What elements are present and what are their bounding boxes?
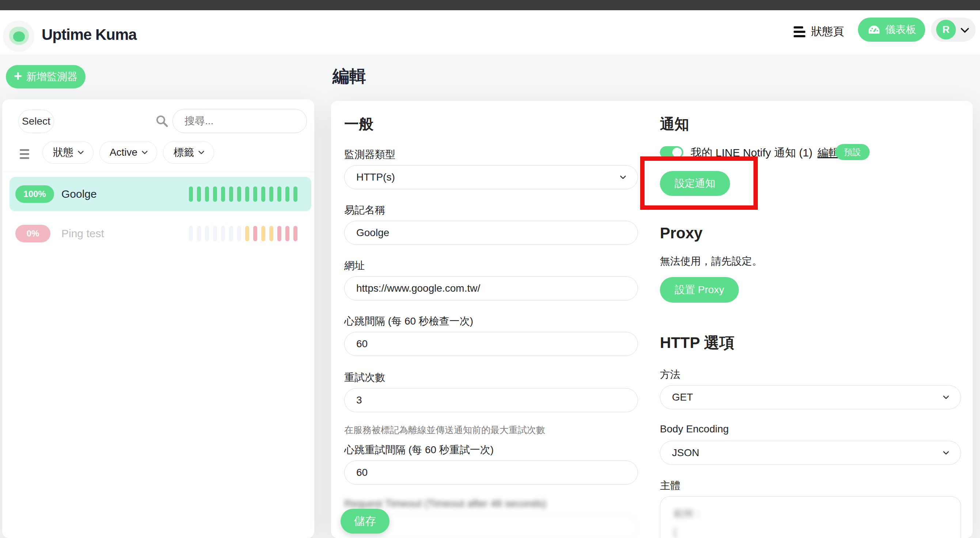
- heartbeat-bar: [221, 186, 225, 202]
- retries-label: 重試次數: [344, 371, 385, 385]
- notification-toggle[interactable]: [660, 146, 683, 159]
- uptime-kuma-logo-icon: [3, 21, 34, 52]
- heartbeat-bar: [197, 226, 201, 241]
- search-input[interactable]: [172, 109, 307, 133]
- filter-active-label: Active: [110, 146, 137, 158]
- status-page-link[interactable]: 狀態頁: [794, 24, 844, 39]
- monitor-list-card: Select 狀態 Active 標籤 100% Goolge 0% Pi: [2, 99, 314, 538]
- user-menu[interactable]: R: [931, 18, 975, 42]
- heartbeat-bar: [253, 226, 257, 241]
- heartbeat-bar: [189, 226, 193, 241]
- body-encoding-label: Body Encoding: [660, 423, 729, 435]
- chevron-down-icon: [960, 24, 969, 33]
- filter-menu-icon[interactable]: [20, 149, 29, 159]
- heartbeat-bar: [237, 186, 241, 202]
- select-mode-button[interactable]: Select: [18, 110, 54, 133]
- monitor-type-select[interactable]: HTTP(s): [344, 165, 638, 189]
- search-icon: [155, 114, 169, 128]
- chevron-down-icon: [620, 173, 626, 180]
- chevron-down-icon: [943, 449, 949, 455]
- body-textarea[interactable]: 範例： {: [660, 496, 961, 538]
- heartbeat-bar: [205, 186, 209, 202]
- heartbeat-bar: [237, 226, 241, 241]
- save-button[interactable]: 儲存: [340, 509, 390, 533]
- method-select[interactable]: GET: [660, 385, 961, 409]
- add-monitor-button[interactable]: + 新增監測器: [6, 65, 86, 88]
- heartbeat-bar: [269, 226, 273, 241]
- toggle-knob: [672, 148, 682, 157]
- heartbeat-bar: [277, 186, 282, 202]
- monitor-row-ping-test[interactable]: 0% Ping test: [10, 216, 311, 251]
- chevron-down-icon: [943, 393, 949, 400]
- heartbeat-bar: [245, 226, 249, 241]
- dashboard-label: 儀表板: [885, 23, 916, 37]
- chevron-down-icon: [142, 148, 148, 154]
- method-label: 方法: [660, 368, 680, 382]
- friendly-name-input[interactable]: [344, 221, 638, 245]
- heartbeat-bar: [293, 186, 298, 202]
- retries-input[interactable]: [344, 388, 638, 412]
- proxy-section-heading: Proxy: [660, 224, 703, 242]
- heartbeat-bars: [189, 226, 298, 241]
- status-page-label: 狀態頁: [811, 24, 844, 39]
- avatar: R: [936, 20, 956, 40]
- retries-helper-text: 在服務被標記為離線並傳送通知前的最大重試次數: [344, 424, 545, 436]
- monitor-type-value: HTTP(s): [356, 172, 395, 183]
- uptime-badge: 0%: [15, 225, 51, 242]
- heartbeat-bars: [189, 186, 298, 202]
- heartbeat-retry-input[interactable]: [344, 460, 638, 485]
- body-label: 主體: [660, 479, 680, 493]
- heartbeat-bar: [189, 186, 193, 202]
- body-encoding-select[interactable]: JSON: [660, 441, 961, 465]
- dashboard-button[interactable]: 儀表板: [858, 18, 925, 42]
- notification-item-label: 我的 LINE Notify 通知 (1): [690, 145, 812, 161]
- app-title: Uptime Kuma: [41, 26, 137, 43]
- setup-notification-button[interactable]: 設定通知: [660, 171, 730, 196]
- filter-tags-label: 標籤: [173, 145, 194, 159]
- body-placeholder: {: [673, 527, 948, 538]
- heartbeat-retry-label: 心跳重試間隔 (每 60 秒重試一次): [344, 443, 494, 457]
- monitor-name: Goolge: [61, 188, 97, 200]
- general-section-heading: 一般: [344, 114, 374, 134]
- heartbeat-bar: [221, 226, 225, 241]
- heartbeat-bar: [293, 226, 298, 241]
- body-placeholder: 範例：: [673, 507, 948, 520]
- heartbeat-bar: [229, 226, 233, 241]
- request-timeout-label: Request Timeout (Timeout after 48 second…: [344, 498, 546, 509]
- friendly-name-label: 易記名稱: [344, 203, 385, 217]
- monitor-name: Ping test: [61, 227, 104, 240]
- browser-chrome-strip: [0, 0, 980, 10]
- heartbeat-interval-label: 心跳間隔 (每 60 秒檢查一次): [344, 314, 473, 328]
- page-title: 編輯: [332, 65, 366, 88]
- uptime-badge: 100%: [15, 185, 54, 203]
- filter-tags-dropdown[interactable]: 標籤: [163, 141, 214, 164]
- setup-proxy-button[interactable]: 設置 Proxy: [660, 277, 739, 302]
- heartbeat-bar: [285, 186, 290, 202]
- heartbeat-bar: [253, 186, 257, 202]
- default-badge[interactable]: 預設: [835, 144, 870, 160]
- notification-item: 我的 LINE Notify 通知 (1) 編輯: [690, 145, 839, 161]
- status-page-list-icon: [794, 26, 805, 37]
- method-value: GET: [672, 392, 693, 403]
- heartbeat-bar: [197, 186, 201, 202]
- filter-status-label: 狀態: [53, 145, 73, 159]
- app-header: Uptime Kuma 狀態頁 儀表板 R: [0, 10, 980, 55]
- divider: [2, 172, 314, 172]
- heartbeat-bar: [277, 226, 282, 241]
- body-encoding-value: JSON: [672, 447, 699, 459]
- url-label: 網址: [344, 259, 365, 273]
- app-screen: Uptime Kuma 狀態頁 儀表板 R + 新增監測器 Select: [0, 0, 980, 538]
- heartbeat-interval-input[interactable]: [344, 332, 638, 356]
- filter-active-dropdown[interactable]: Active: [99, 141, 157, 164]
- filter-status-dropdown[interactable]: 狀態: [42, 141, 94, 164]
- http-options-heading: HTTP 選項: [660, 333, 735, 353]
- notifications-section-heading: 通知: [660, 114, 689, 134]
- monitor-type-label: 監測器類型: [344, 148, 395, 162]
- heartbeat-bar: [261, 226, 265, 241]
- url-input[interactable]: [344, 276, 638, 301]
- chevron-down-icon: [78, 148, 84, 154]
- chevron-down-icon: [199, 148, 205, 154]
- heartbeat-bar: [205, 226, 209, 241]
- monitor-row-goolge[interactable]: 100% Goolge: [10, 177, 311, 211]
- heartbeat-bar: [213, 186, 217, 202]
